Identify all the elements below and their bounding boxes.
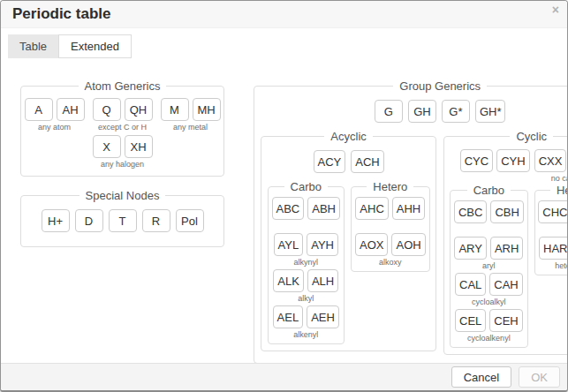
pair-acyclic-hetero-1: AHC AHH bbox=[355, 197, 425, 231]
cyclic-subgroups: Carbo CBC CBH bbox=[450, 184, 568, 348]
group-generics-legend: Group Generics bbox=[393, 79, 487, 93]
pair-label: cycloalkyl bbox=[472, 298, 506, 307]
cyclic-hetero-group: Hetero CHC CHH bbox=[534, 184, 568, 275]
chem-button-xh[interactable]: XH bbox=[125, 135, 153, 158]
pair-cyclic-hetero-1: CHC CHH bbox=[538, 200, 568, 235]
pair-except-c-or-h: Q QH except C or H bbox=[93, 98, 153, 132]
chem-button-abh[interactable]: ABH bbox=[307, 197, 340, 220]
chem-button-abc[interactable]: ABC bbox=[272, 197, 305, 220]
chem-button-m[interactable]: M bbox=[161, 98, 189, 121]
chem-button-ach[interactable]: ACH bbox=[351, 150, 383, 173]
group-generics-group: Group Generics G GH G* GH* Acyclic ACY A… bbox=[254, 79, 568, 364]
chem-button-alh[interactable]: ALH bbox=[307, 269, 338, 292]
acyclic-carbo-group: Carbo ABC ABH bbox=[268, 180, 345, 344]
chem-button-r[interactable]: R bbox=[142, 209, 170, 232]
chem-button-cah[interactable]: CAH bbox=[489, 273, 522, 296]
chem-button-har[interactable]: HAR bbox=[539, 237, 568, 260]
chem-button-h-plus[interactable]: H+ bbox=[42, 209, 70, 232]
pair-label: except C or H bbox=[98, 123, 147, 132]
pair-any-atom: A AH any atom bbox=[25, 98, 85, 132]
atom-generics-legend: Atom Generics bbox=[79, 79, 167, 93]
acyclic-group: Acyclic ACY ACH Carbo A bbox=[261, 130, 436, 351]
group-generics-columns: Acyclic ACY ACH Carbo A bbox=[260, 130, 568, 357]
pair-label: any metal bbox=[173, 123, 208, 132]
ok-button[interactable]: OK bbox=[519, 366, 560, 388]
carbo-legend: Carbo bbox=[284, 180, 328, 193]
chem-button-aox[interactable]: AOX bbox=[355, 233, 388, 256]
chem-button-ael[interactable]: AEL bbox=[273, 305, 304, 328]
special-nodes-group: Special Nodes H+ D T R Pol bbox=[20, 189, 224, 247]
chem-button-cal[interactable]: CAL bbox=[455, 273, 486, 296]
chem-button-t[interactable]: T bbox=[109, 209, 137, 232]
chem-button-ceh[interactable]: CEH bbox=[489, 309, 522, 332]
chem-button-mh[interactable]: MH bbox=[193, 98, 221, 121]
pair-label: alkyl bbox=[298, 294, 314, 304]
chem-button-ayl[interactable]: AYL bbox=[274, 233, 304, 256]
chem-button-cbc[interactable]: CBC bbox=[454, 200, 487, 223]
right-column: Group Generics G GH G* GH* Acyclic ACY A… bbox=[254, 79, 568, 364]
tab-table[interactable]: Table bbox=[8, 34, 58, 58]
chem-button-pol[interactable]: Pol bbox=[176, 209, 204, 232]
chem-button-ayh[interactable]: AYH bbox=[307, 233, 338, 256]
dialog-content: Atom Generics A AH any atom Q QH bbox=[1, 58, 567, 364]
pair-label: alkoxy bbox=[379, 258, 402, 268]
chem-button-g[interactable]: G bbox=[375, 100, 403, 123]
pair-acyclic-carbo-1: ABC ABH bbox=[272, 197, 340, 231]
hetero-legend: Hetero bbox=[367, 180, 413, 193]
pair-cyclic-1: CYC CYH bbox=[460, 149, 530, 184]
chem-button-chc[interactable]: CHC bbox=[538, 200, 568, 223]
acyclic-legend: Acyclic bbox=[324, 130, 372, 143]
special-nodes-row: H+ D T R Pol bbox=[27, 209, 218, 232]
pair-label: no carbon bbox=[551, 174, 568, 184]
chem-button-a[interactable]: A bbox=[25, 98, 53, 121]
chem-button-cel[interactable]: CEL bbox=[455, 309, 486, 332]
pair-label: aryl bbox=[482, 261, 496, 271]
chem-button-qh[interactable]: QH bbox=[125, 98, 153, 121]
chem-button-g-star[interactable]: G* bbox=[442, 100, 470, 123]
atom-generics-row-2: X XH any halogen bbox=[27, 135, 218, 170]
chem-button-d[interactable]: D bbox=[75, 209, 103, 232]
cyclic-carbo-group: Carbo CBC CBH bbox=[450, 184, 527, 348]
chem-button-cbh[interactable]: CBH bbox=[490, 200, 523, 223]
pair-label: hetero aryl bbox=[555, 261, 568, 271]
chem-button-ary[interactable]: ARY bbox=[454, 237, 487, 260]
cyclic-group: Cyclic CYC CYH CXX bbox=[443, 130, 568, 355]
chem-button-alk[interactable]: ALK bbox=[273, 269, 304, 292]
atom-generics-group: Atom Generics A AH any atom Q QH bbox=[20, 79, 224, 177]
close-icon[interactable]: × bbox=[552, 3, 559, 17]
acyclic-subgroups: Carbo ABC ABH bbox=[267, 180, 430, 344]
pair-cyclic-carbo-1: CBC CBH bbox=[454, 200, 524, 235]
pair-label: alkynyl bbox=[294, 258, 319, 268]
pair-hetero-aryl: HAR HAH hetero aryl bbox=[539, 237, 568, 271]
pair-label: any halogen bbox=[101, 160, 144, 170]
chem-button-ahc[interactable]: AHC bbox=[355, 197, 388, 220]
acyclic-top-row: ACY ACH bbox=[267, 150, 430, 173]
chem-button-ah[interactable]: AH bbox=[57, 98, 85, 121]
periodic-table-dialog: Periodic table × Table Extended Atom Gen… bbox=[0, 0, 568, 392]
chem-button-gh-star[interactable]: GH* bbox=[475, 100, 506, 123]
cyclic-legend: Cyclic bbox=[510, 130, 553, 143]
chem-button-acy[interactable]: ACY bbox=[314, 150, 346, 173]
pair-label: any atom bbox=[38, 123, 71, 132]
chem-button-cyh[interactable]: CYH bbox=[496, 149, 529, 172]
hetero-legend: Hetero bbox=[550, 184, 568, 197]
chem-button-aoh[interactable]: AOH bbox=[391, 233, 425, 256]
chem-button-arh[interactable]: ARH bbox=[490, 237, 523, 260]
chem-button-cxx[interactable]: CXX bbox=[534, 149, 567, 172]
pair-any-metal: M MH any metal bbox=[161, 98, 221, 132]
cancel-button[interactable]: Cancel bbox=[451, 366, 511, 388]
chem-button-gh[interactable]: GH bbox=[408, 100, 436, 123]
pair-alkynyl: AYL AYH alkynyl bbox=[274, 233, 338, 268]
tab-bar: Table Extended bbox=[8, 34, 567, 58]
chem-button-q[interactable]: Q bbox=[93, 98, 121, 121]
dialog-header: Periodic table × bbox=[1, 1, 567, 28]
chem-button-cyc[interactable]: CYC bbox=[460, 149, 493, 172]
chem-button-x[interactable]: X bbox=[93, 135, 121, 158]
chem-button-aeh[interactable]: AEH bbox=[307, 305, 339, 328]
dialog-title: Periodic table bbox=[12, 5, 110, 23]
chem-button-ahh[interactable]: AHH bbox=[392, 197, 425, 220]
group-generics-row: G GH G* GH* bbox=[260, 100, 568, 123]
pair-aryl: ARY ARH aryl bbox=[454, 237, 523, 271]
pair-cycloalkyl: CAL CAH cycloalkyl bbox=[455, 273, 523, 307]
tab-extended[interactable]: Extended bbox=[58, 34, 132, 58]
